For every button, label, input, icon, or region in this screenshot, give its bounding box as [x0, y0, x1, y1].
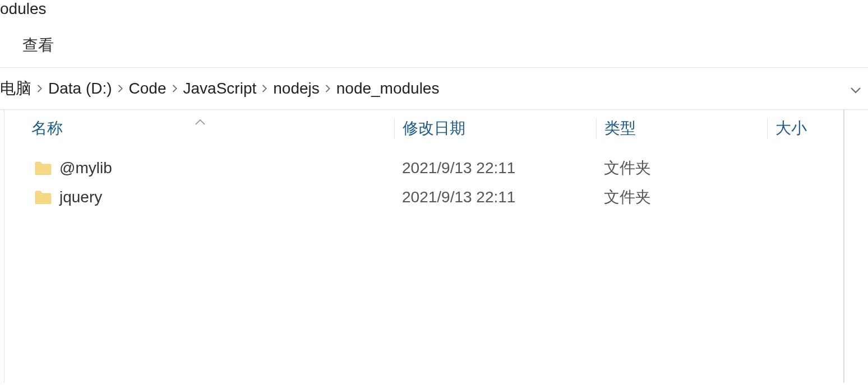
file-list-area: 名称 修改日期 类型 大小 @mylib [0, 110, 868, 383]
chevron-down-icon[interactable] [850, 80, 861, 98]
breadcrumb-item[interactable]: 电脑 [0, 78, 31, 99]
chevron-right-icon[interactable] [256, 85, 273, 92]
breadcrumb-item[interactable]: JavaScript [183, 80, 257, 98]
file-row[interactable]: @mylib 2021/9/13 22:11 文件夹 [4, 154, 843, 183]
sort-ascending-icon [195, 111, 205, 129]
column-header-date[interactable]: 修改日期 [394, 118, 596, 139]
window-title-fragment: odules [0, 0, 868, 24]
breadcrumb[interactable]: 电脑 Data (D:) Code JavaScript nodejs node… [0, 68, 868, 110]
column-headers: 名称 修改日期 类型 大小 [4, 110, 843, 147]
breadcrumb-item[interactable]: nodejs [273, 80, 320, 98]
menu-view[interactable]: 查看 [22, 36, 54, 54]
file-name: jquery [59, 188, 102, 206]
breadcrumb-item[interactable]: Data (D:) [48, 80, 112, 98]
cell-date: 2021/9/13 22:11 [394, 159, 596, 177]
column-header-date-label: 修改日期 [403, 119, 465, 137]
chevron-right-icon[interactable] [167, 85, 183, 92]
column-header-type[interactable]: 类型 [596, 118, 767, 139]
column-header-name-label: 名称 [31, 119, 63, 137]
left-gutter [0, 110, 4, 383]
column-header-name[interactable]: 名称 [4, 118, 394, 139]
column-header-size[interactable]: 大小 [767, 118, 843, 139]
title-text: odules [0, 0, 47, 17]
cell-type: 文件夹 [596, 157, 767, 179]
cell-name: @mylib [4, 159, 394, 177]
column-header-type-label: 类型 [604, 119, 636, 137]
folder-icon [35, 191, 52, 204]
cell-date: 2021/9/13 22:11 [394, 188, 596, 206]
chevron-right-icon[interactable] [31, 85, 48, 92]
file-rows: @mylib 2021/9/13 22:11 文件夹 jquery 2021/9… [4, 147, 843, 212]
column-header-size-label: 大小 [775, 119, 807, 137]
file-panel: 名称 修改日期 类型 大小 @mylib [4, 110, 843, 383]
breadcrumb-item[interactable]: node_modules [336, 80, 440, 98]
right-pad [844, 110, 868, 383]
file-name: @mylib [59, 159, 112, 177]
chevron-right-icon[interactable] [112, 85, 129, 92]
cell-type: 文件夹 [596, 187, 767, 208]
cell-name: jquery [4, 188, 394, 206]
breadcrumb-item[interactable]: Code [129, 80, 167, 98]
menu-bar: 查看 [0, 24, 868, 68]
file-row[interactable]: jquery 2021/9/13 22:11 文件夹 [4, 183, 843, 212]
chevron-right-icon[interactable] [320, 85, 336, 92]
folder-icon [35, 161, 52, 175]
